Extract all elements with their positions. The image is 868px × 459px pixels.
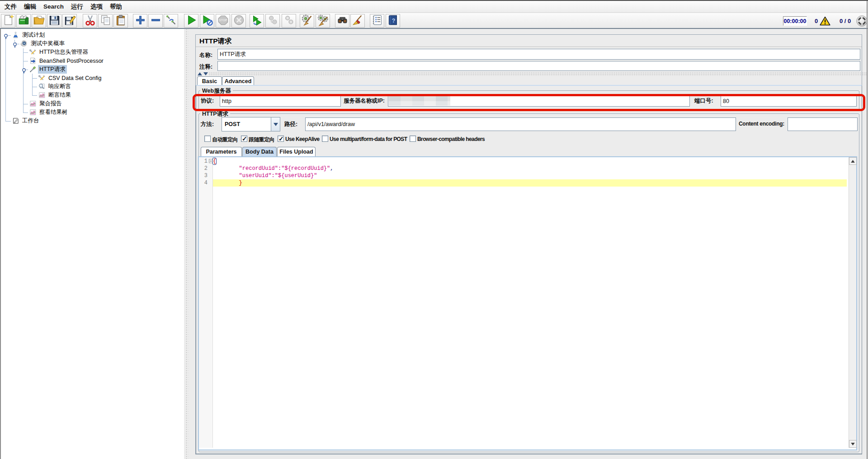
tree-node-5[interactable]: CSV Data Set Config (38, 74, 103, 82)
tree-expand-handle[interactable] (4, 33, 10, 39)
path-label: 路径: (284, 121, 297, 128)
tree-expand-handle[interactable] (13, 42, 19, 48)
window-right-edge (867, 1, 868, 459)
test-plan-tree: 测试计划测试中奖概率HTTP信息头管理器BeanShell PostProces… (1, 29, 184, 459)
divider-expand-up-icon[interactable] (198, 72, 202, 75)
content-encoding-input[interactable] (788, 117, 858, 131)
code-line-2[interactable]: "recordUuid":"${recordUuid}", (213, 165, 847, 172)
divider-expand-down-icon[interactable] (203, 72, 208, 75)
save-as-button[interactable] (62, 14, 77, 28)
menu-file[interactable]: 文件 (1, 1, 20, 12)
combo-arrow-icon[interactable] (271, 117, 280, 131)
tab-body-data[interactable]: Body Data (242, 147, 277, 156)
code-line-3[interactable]: "userUuid":"${userUuid}" (213, 172, 847, 179)
menu-run[interactable]: 运行 (67, 1, 87, 12)
test-plan-icon (12, 31, 19, 39)
start-no-timers-icon (201, 14, 213, 28)
remote-start-all-button[interactable] (250, 14, 264, 28)
start-button[interactable] (184, 14, 198, 28)
use-keepalive-checkbox[interactable]: ✓ (278, 136, 284, 142)
start-no-timers-button[interactable] (200, 14, 214, 28)
remote-stop-all-button[interactable] (265, 14, 280, 28)
search-reset-icon (352, 14, 364, 28)
code-line-4[interactable]: } (213, 179, 847, 187)
menu-help[interactable]: 帮助 (106, 1, 126, 12)
comment-input[interactable] (217, 61, 860, 71)
body-data-editor[interactable]: 1234{ "recordUuid":"${recordUuid}", "use… (198, 156, 857, 450)
tree-node-9[interactable]: 察看结果树 (29, 108, 69, 117)
tree-node-3[interactable]: BeanShell PostProcessor (29, 56, 105, 65)
tree-connector-line (5, 121, 11, 122)
svg-text:?: ? (392, 17, 395, 23)
tree-node-4[interactable]: HTTP请求 (29, 65, 67, 74)
use-multipart-checkbox[interactable] (322, 136, 328, 142)
editor-gutter: 1234 (199, 157, 213, 448)
tree-node-1[interactable]: 测试中奖概率 (20, 39, 66, 48)
code-token-string: "recordUuid":"${recordUuid}" (239, 165, 330, 172)
redirect-automatically-checkbox[interactable] (204, 136, 211, 142)
tree-node-8[interactable]: 聚合报告 (29, 99, 63, 108)
workbench-icon (12, 117, 19, 125)
clear-icon (301, 14, 313, 28)
path-input[interactable]: /api/v1/award/draw (305, 117, 736, 131)
expand-plus-button[interactable] (133, 14, 147, 28)
editor-vertical-scrollbar[interactable] (849, 157, 856, 448)
tree-node-0[interactable]: 测试计划 (12, 31, 46, 39)
menu-options[interactable]: 选项 (87, 1, 106, 12)
graph-icon (29, 108, 37, 116)
inner-split-divider[interactable] (209, 72, 867, 75)
page-title: HTTP请求 (199, 37, 231, 46)
templates-button[interactable] (16, 14, 31, 28)
fold-collapse-icon[interactable] (209, 159, 213, 163)
method-select[interactable]: POST (222, 117, 280, 131)
tree-node-2[interactable]: HTTP信息头管理器 (29, 48, 90, 56)
content-encoding-label: Content encoding: (739, 121, 784, 127)
tree-connector-line (23, 112, 28, 113)
save-button[interactable] (47, 14, 61, 28)
function-helper-button[interactable] (370, 14, 384, 28)
search-button[interactable] (335, 14, 349, 28)
tree-node-label: CSV Data Set Config (47, 75, 103, 82)
follow-redirects-label: 跟随重定向 (249, 136, 274, 144)
menu-edit[interactable]: 编辑 (20, 1, 40, 12)
shutdown-button[interactable] (231, 14, 246, 28)
split-pane-divider[interactable] (184, 29, 190, 459)
remote-shutdown-all-button[interactable] (282, 14, 296, 28)
tab-parameters[interactable]: Parameters (201, 147, 242, 156)
menu-search[interactable]: Search (40, 1, 67, 12)
tab-advanced[interactable]: Advanced (222, 76, 254, 85)
tree-node-7[interactable]: 断言结果 (38, 91, 72, 99)
browser-compatible-headers-checkbox[interactable] (410, 136, 416, 142)
paste-button[interactable] (113, 14, 128, 28)
tree-node-label: 工作台 (21, 117, 41, 125)
search-reset-button[interactable] (350, 14, 365, 28)
follow-redirects-checkbox[interactable]: ✓ (241, 136, 247, 142)
tab-basic[interactable]: Basic (197, 76, 222, 85)
code-token-brace: { (213, 158, 216, 164)
tab-advanced-label: Advanced (225, 78, 252, 84)
stop-button[interactable]: STOP (216, 14, 230, 28)
tree-connector-line (32, 87, 37, 87)
name-input[interactable]: HTTP请求 (217, 49, 860, 60)
port-input[interactable]: 80 (721, 95, 857, 107)
tree-node-10[interactable]: 工作台 (12, 117, 41, 125)
tree-node-6[interactable]: 响应断言 (38, 82, 72, 91)
toggle-icon (165, 14, 177, 28)
tree-expand-handle[interactable] (22, 68, 28, 74)
warning-icon[interactable] (820, 16, 830, 28)
toggle-button[interactable] (164, 14, 178, 28)
port-value: 80 (723, 98, 729, 104)
collapse-minus-button[interactable] (148, 14, 163, 28)
scroll-up-icon[interactable] (849, 157, 857, 165)
code-line-1[interactable]: { (213, 158, 847, 165)
scroll-down-icon[interactable] (849, 440, 857, 448)
tab-files-upload[interactable]: Files Upload (277, 147, 316, 156)
cut-button[interactable] (83, 14, 97, 28)
protocol-input[interactable]: http (220, 95, 341, 107)
open-folder-button[interactable] (32, 14, 46, 28)
clear-all-button[interactable] (316, 14, 330, 28)
copy-button[interactable] (98, 14, 113, 28)
new-file-button[interactable] (1, 14, 15, 28)
clear-button[interactable] (300, 14, 314, 28)
help-button[interactable]: ? (386, 14, 400, 28)
